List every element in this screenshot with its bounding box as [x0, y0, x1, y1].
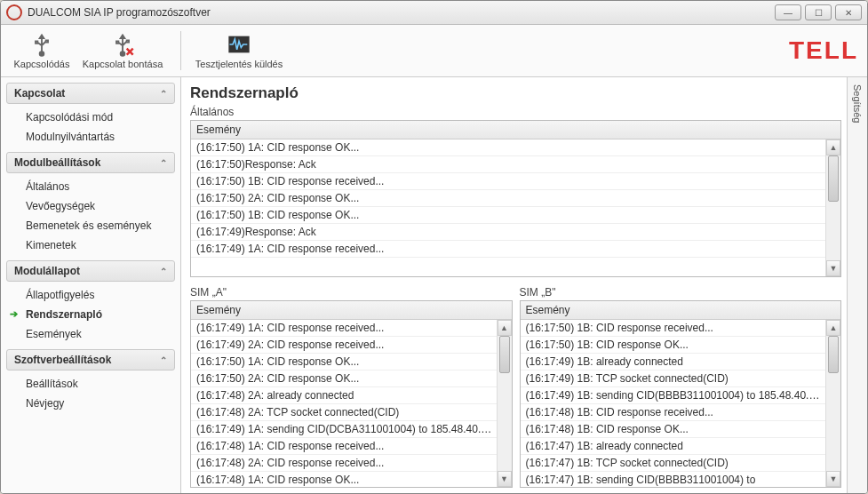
sidebar-group-title: Modulállapot — [14, 265, 80, 277]
sidebar-item[interactable]: Események — [6, 324, 175, 344]
disconnect-label: Kapcsolat bontása — [83, 59, 163, 69]
general-log: Esemény (16:17:50) 1A: CID response OK..… — [190, 120, 841, 277]
log-row[interactable]: (16:17:49) 1A: sending CID(DCBA311001004… — [191, 421, 498, 438]
log-row[interactable]: (16:17:50) 1B: CID response received... — [521, 320, 827, 337]
sidebar-item[interactable]: Beállítások — [6, 374, 175, 394]
log-row[interactable]: (16:17:48) 1B: CID response OK... — [521, 421, 827, 438]
log-row[interactable]: (16:17:48) 1A: CID response OK... — [191, 472, 498, 487]
log-row[interactable]: (16:17:48) 1B: CID response received... — [521, 404, 827, 421]
log-row[interactable]: (16:17:50) 1B: CID response OK... — [521, 337, 827, 354]
sidebar-item[interactable]: Modulnyilvántartás — [6, 127, 175, 147]
close-button[interactable]: ✕ — [835, 4, 862, 20]
log-row[interactable]: (16:17:49) 2A: CID response received... — [191, 337, 498, 354]
log-row[interactable]: (16:17:50)Response: Ack — [191, 156, 826, 173]
log-row[interactable]: (16:17:48) 2A: TCP socket connected(CID) — [191, 404, 498, 421]
scrollbar[interactable]: ▲ ▼ — [825, 320, 840, 487]
log-row[interactable]: (16:17:48) 1A: CID response received... — [191, 438, 498, 455]
sidebar-item[interactable]: Állapotfigyelés — [6, 285, 175, 305]
sim-columns: SIM „A" Esemény (16:17:49) 1A: CID respo… — [190, 283, 841, 488]
log-row[interactable]: (16:17:49) 1B: TCP socket connected(CID) — [521, 370, 827, 387]
chevron-up-icon: ⌃ — [160, 158, 167, 168]
scrollbar[interactable]: ▲ ▼ — [497, 320, 512, 487]
sim-a-log-header: Esemény — [191, 301, 512, 320]
scroll-up-icon[interactable]: ▲ — [498, 320, 512, 336]
log-row[interactable]: (16:17:49) 1A: CID response received... — [191, 241, 826, 258]
log-row[interactable]: (16:17:47) 1B: TCP socket connected(CID) — [521, 455, 827, 472]
general-log-rows: (16:17:50) 1A: CID response OK...(16:17:… — [191, 139, 840, 276]
scroll-down-icon[interactable]: ▼ — [826, 260, 840, 276]
scrollbar[interactable]: ▲ ▼ — [825, 139, 840, 276]
content: Rendszernapló Általános Esemény (16:17:5… — [181, 77, 847, 493]
sim-a-label: SIM „A" — [190, 286, 513, 299]
scroll-thumb[interactable] — [499, 336, 510, 373]
chevron-up-icon: ⌃ — [160, 355, 167, 365]
testsend-button[interactable]: Tesztjelentés küldés — [190, 32, 288, 69]
sidebar-item[interactable]: Névjegy — [6, 394, 175, 413]
body: Kapcsolat⌃Kapcsolódási módModulnyilvánta… — [1, 77, 867, 493]
sidebar-group-header[interactable]: Szoftverbeállítások⌃ — [6, 349, 175, 370]
chevron-up-icon: ⌃ — [160, 267, 167, 276]
sidebar-group-header[interactable]: Kapcsolat⌃ — [6, 83, 175, 104]
svg-point-1 — [121, 52, 125, 56]
log-row[interactable]: (16:17:49) 1B: already connected — [521, 354, 827, 370]
scroll-up-icon[interactable]: ▲ — [826, 320, 840, 336]
sidebar-item[interactable]: Általános — [6, 177, 175, 196]
help-tab[interactable]: Segítség — [847, 77, 867, 493]
log-row[interactable]: (16:17:50) 1B: CID response received... — [191, 173, 826, 190]
svg-point-0 — [40, 52, 44, 56]
scroll-thumb[interactable] — [828, 155, 839, 202]
scroll-down-icon[interactable]: ▼ — [826, 471, 840, 487]
sim-a-column: SIM „A" Esemény (16:17:49) 1A: CID respo… — [190, 283, 513, 488]
disconnect-button[interactable]: Kapcsolat bontása — [74, 32, 171, 69]
log-row[interactable]: (16:17:50) 2A: CID response OK... — [191, 190, 826, 207]
usb-disconnect-icon — [110, 32, 135, 57]
sim-b-label: SIM „B" — [520, 286, 842, 299]
testsend-label: Tesztjelentés küldés — [195, 59, 283, 69]
help-tab-label: Segítség — [852, 84, 863, 123]
sidebar-item[interactable]: Rendszernapló — [6, 305, 175, 324]
log-row[interactable]: (16:17:49) 1A: CID response received... — [191, 320, 498, 337]
maximize-button[interactable]: ☐ — [805, 4, 832, 20]
connect-label: Kapcsolódás — [14, 59, 70, 69]
app-window: DUALCOM SIA IP programozószoftver — ☐ ✕ … — [0, 0, 868, 494]
sidebar-item[interactable]: Bemenetek és események — [6, 216, 175, 235]
sidebar-group-header[interactable]: Modulállapot⌃ — [6, 260, 175, 282]
usb-icon — [29, 32, 54, 57]
general-log-header: Esemény — [191, 121, 840, 139]
toolbar: Kapcsolódás Kapcsolat bontása Tesztjelen… — [1, 25, 867, 77]
sidebar-group-title: Modulbeállítások — [14, 156, 100, 169]
sidebar-item[interactable]: Vevőegységek — [6, 196, 175, 216]
log-row[interactable]: (16:17:50) 1B: CID response OK... — [191, 207, 826, 224]
minimize-button[interactable]: — — [775, 4, 801, 20]
sidebar-item[interactable]: Kimenetek — [6, 235, 175, 255]
waveform-icon — [227, 32, 251, 57]
log-row[interactable]: (16:17:48) 2A: already connected — [191, 387, 498, 404]
sim-b-column: SIM „B" Esemény (16:17:50) 1B: CID respo… — [520, 283, 842, 488]
log-row[interactable]: (16:17:50) 2A: CID response OK... — [191, 370, 498, 387]
log-row[interactable]: (16:17:49) 1B: sending CID(BBBB311001004… — [521, 387, 827, 404]
log-row[interactable]: (16:17:50) 1A: CID response OK... — [191, 354, 498, 370]
sim-b-log: Esemény (16:17:50) 1B: CID response rece… — [520, 300, 842, 488]
scroll-down-icon[interactable]: ▼ — [498, 471, 512, 487]
sim-b-log-header: Esemény — [521, 301, 841, 320]
brand-logo: TELL — [789, 36, 858, 65]
log-row[interactable]: (16:17:49)Response: Ack — [191, 224, 826, 241]
general-label: Általános — [190, 106, 841, 118]
chevron-up-icon: ⌃ — [160, 89, 167, 99]
log-row[interactable]: (16:17:47) 1B: sending CID(BBBB311001004… — [521, 472, 827, 487]
sidebar-group-title: Kapcsolat — [14, 87, 65, 100]
main: Rendszernapló Általános Esemény (16:17:5… — [181, 77, 867, 493]
log-row[interactable]: (16:17:47) 1B: already connected — [521, 438, 827, 455]
log-row[interactable]: (16:17:48) 2A: CID response received... — [191, 455, 498, 472]
scroll-thumb[interactable] — [828, 336, 839, 373]
toolbar-divider — [180, 31, 181, 70]
sidebar-group-title: Szoftverbeállítások — [14, 354, 111, 366]
titlebar: DUALCOM SIA IP programozószoftver — ☐ ✕ — [1, 1, 867, 25]
scroll-up-icon[interactable]: ▲ — [826, 139, 840, 155]
sidebar-group-header[interactable]: Modulbeállítások⌃ — [6, 152, 175, 173]
sidebar-item[interactable]: Kapcsolódási mód — [6, 108, 175, 127]
connect-button[interactable]: Kapcsolódás — [10, 32, 74, 69]
log-row[interactable]: (16:17:50) 1A: CID response OK... — [191, 139, 826, 156]
sidebar: Kapcsolat⌃Kapcsolódási módModulnyilvánta… — [1, 77, 181, 493]
page-title: Rendszernapló — [190, 84, 841, 102]
